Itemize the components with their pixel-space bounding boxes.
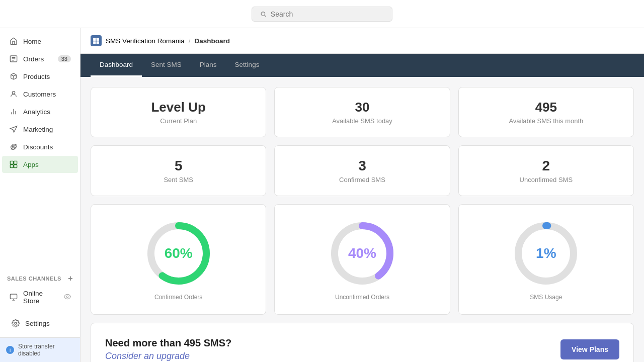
breadcrumb-separator: / — [189, 37, 191, 45]
charts-row: 60% Confirmed Orders 40% Unconfirmed Ord… — [91, 204, 634, 315]
online-store-icon — [9, 293, 18, 302]
settings-icon — [11, 319, 20, 328]
stat-label: Confirmed SMS — [339, 176, 385, 184]
home-icon — [9, 37, 18, 46]
sidebar-item-products[interactable]: Products — [2, 68, 78, 85]
tab-sent-sms[interactable]: Sent SMS — [142, 54, 191, 77]
stat-label: Available SMS this month — [509, 117, 583, 125]
donut-pct: 60% — [165, 245, 193, 261]
eye-icon[interactable] — [64, 293, 71, 302]
orders-icon — [9, 54, 18, 63]
stat-value: 495 — [535, 100, 557, 115]
donut-pct: 40% — [348, 245, 376, 261]
stat-card-unconfirmed-sms: 2 Unconfirmed SMS — [458, 145, 634, 196]
svg-rect-23 — [97, 38, 99, 41]
online-store-label: Online Store — [23, 290, 59, 305]
donut-center-sms-usage: 1% — [536, 245, 556, 261]
products-icon — [9, 72, 18, 81]
content-area: Level Up Current Plan 30 Available SMS t… — [80, 77, 644, 362]
svg-rect-25 — [97, 41, 99, 44]
sidebar-item-marketing[interactable]: Marketing — [2, 121, 78, 138]
tab-bar: DashboardSent SMSPlansSettings — [80, 54, 644, 77]
sidebar-item-label: Products — [23, 73, 50, 80]
stat-value: 3 — [358, 158, 366, 174]
breadcrumb: SMS Verification Romania / Dashboard — [80, 28, 644, 54]
sidebar-settings-section: Settings — [0, 309, 80, 337]
topbar — [0, 0, 644, 28]
add-channel-button[interactable]: + — [68, 274, 73, 283]
sidebar-item-label: Marketing — [23, 126, 53, 133]
marketing-icon — [9, 125, 18, 134]
stat-label: Current Plan — [160, 117, 197, 125]
sidebar-item-label: Orders — [23, 55, 44, 63]
donut-center-confirmed-orders: 60% — [165, 245, 193, 261]
sidebar-nav: Home Orders 33 Products Customers Analyt… — [0, 28, 80, 269]
svg-rect-16 — [14, 165, 17, 168]
tab-settings[interactable]: Settings — [226, 54, 269, 77]
svg-rect-15 — [10, 165, 13, 168]
stat-card-available-month: 495 Available SMS this month — [458, 87, 634, 137]
sidebar: Home Orders 33 Products Customers Analyt… — [0, 28, 80, 362]
sidebar-item-customers[interactable]: Customers — [2, 85, 78, 103]
svg-rect-24 — [93, 41, 96, 44]
svg-point-0 — [261, 12, 265, 15]
svg-rect-13 — [10, 161, 13, 164]
badge: 33 — [58, 55, 71, 62]
stat-card-sent-sms: 5 Sent SMS — [91, 145, 266, 196]
tab-dashboard[interactable]: Dashboard — [91, 54, 142, 77]
analytics-icon — [9, 107, 18, 116]
store-transfer-bar: i Store transfer disabled — [0, 337, 80, 362]
svg-point-6 — [12, 92, 15, 94]
svg-point-21 — [15, 322, 17, 324]
stat-card-available-today: 30 Available SMS today — [274, 87, 450, 137]
sidebar-item-orders[interactable]: Orders 33 — [2, 50, 78, 67]
stat-label: Sent SMS — [164, 176, 193, 184]
stats-row-2: 5 Sent SMS 3 Confirmed SMS 2 Unconfirmed… — [91, 145, 634, 196]
sidebar-item-label: Customers — [23, 90, 56, 98]
sidebar-item-label: Apps — [23, 161, 39, 168]
stat-value: 2 — [542, 158, 550, 174]
cta-card: Need more than 495 SMS? Consider an upgr… — [91, 323, 634, 362]
sidebar-item-label: Analytics — [23, 108, 50, 116]
sidebar-item-discounts[interactable]: Discounts — [2, 138, 78, 155]
apps-icon — [9, 160, 18, 169]
main: SMS Verification Romania / Dashboard Das… — [80, 28, 644, 362]
stat-value: 5 — [175, 158, 183, 174]
stat-card-current-plan: Level Up Current Plan — [91, 87, 266, 137]
search-icon — [260, 11, 267, 18]
store-transfer-label: Store transfer disabled — [18, 343, 74, 357]
sidebar-item-label: Discounts — [23, 143, 53, 151]
discounts-icon — [9, 142, 18, 151]
sidebar-item-label: Home — [23, 38, 41, 45]
svg-line-1 — [265, 15, 266, 17]
stat-value: Level Up — [151, 100, 205, 115]
donut-wrap-sms-usage: 1% — [511, 218, 581, 289]
sidebar-item-apps[interactable]: Apps — [2, 156, 78, 173]
stat-card-confirmed-sms: 3 Confirmed SMS — [274, 145, 450, 196]
svg-rect-14 — [14, 161, 17, 164]
cta-text: Need more than 495 SMS? Consider an upgr… — [105, 337, 231, 361]
donut-wrap-unconfirmed-orders: 40% — [327, 218, 397, 289]
search-input[interactable] — [271, 10, 384, 18]
donut-wrap-confirmed-orders: 60% — [143, 218, 214, 289]
donut-label: SMS Usage — [530, 294, 562, 301]
view-plans-button[interactable]: View Plans — [560, 339, 619, 359]
chart-card-confirmed-orders: 60% Confirmed Orders — [91, 204, 266, 315]
info-icon: i — [6, 346, 14, 354]
search-box[interactable] — [252, 7, 392, 22]
breadcrumb-app-name: SMS Verification Romania — [106, 37, 185, 45]
donut-label: Unconfirmed Orders — [335, 294, 389, 301]
donut-label: Confirmed Orders — [154, 294, 202, 301]
sidebar-item-settings[interactable]: Settings — [4, 315, 76, 332]
chart-card-unconfirmed-orders: 40% Unconfirmed Orders — [274, 204, 450, 315]
tab-plans[interactable]: Plans — [191, 54, 226, 77]
customers-icon — [9, 89, 18, 99]
sidebar-item-online-store[interactable]: Online Store — [2, 286, 78, 309]
stat-label: Unconfirmed SMS — [520, 176, 573, 184]
breadcrumb-current: Dashboard — [195, 37, 230, 45]
sidebar-item-home[interactable]: Home — [2, 33, 78, 50]
stat-value: 30 — [355, 100, 370, 115]
sidebar-item-analytics[interactable]: Analytics — [2, 103, 78, 120]
stats-row-1: Level Up Current Plan 30 Available SMS t… — [91, 87, 634, 137]
donut-pct: 1% — [536, 245, 556, 261]
